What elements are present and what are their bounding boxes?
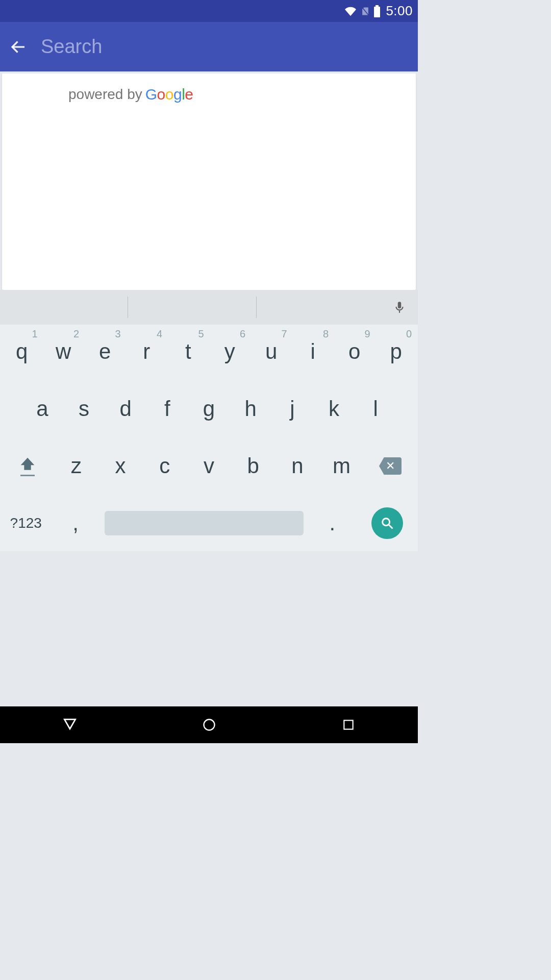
key-b[interactable]: b xyxy=(231,444,276,488)
svg-rect-1 xyxy=(374,7,380,17)
no-sim-icon xyxy=(360,5,370,17)
key-shift[interactable] xyxy=(1,444,54,488)
key-q[interactable]: 1q xyxy=(1,330,43,374)
svg-rect-2 xyxy=(375,5,379,7)
svg-rect-4 xyxy=(399,311,400,313)
svg-rect-9 xyxy=(344,720,353,729)
key-p[interactable]: 0p xyxy=(375,330,417,374)
key-row-1: 1q 2w 3e 4r 5t 6y 7u 8i 9o 0p xyxy=(1,330,417,374)
key-row-4: ?123 , . xyxy=(1,501,417,545)
svg-marker-7 xyxy=(64,719,75,729)
key-row-3: z x c v b n m ✕ xyxy=(1,444,417,488)
key-j[interactable]: j xyxy=(271,387,313,431)
suggestion-bar xyxy=(0,290,418,325)
wifi-icon xyxy=(344,6,357,17)
powered-by-text: powered by xyxy=(68,86,142,103)
key-m[interactable]: m xyxy=(319,444,364,488)
soft-keyboard: 1q 2w 3e 4r 5t 6y 7u 8i 9o 0p a s d f g … xyxy=(0,290,418,551)
key-t[interactable]: 5t xyxy=(167,330,209,374)
shift-icon xyxy=(18,456,37,473)
key-search[interactable] xyxy=(357,501,417,545)
key-row-2: a s d f g h j k l xyxy=(1,387,417,431)
back-button[interactable] xyxy=(6,35,31,59)
search-input[interactable] xyxy=(41,36,412,58)
key-y[interactable]: 6y xyxy=(209,330,251,374)
svg-line-6 xyxy=(389,525,392,529)
key-symbols[interactable]: ?123 xyxy=(1,501,51,545)
key-g[interactable]: g xyxy=(188,387,230,431)
key-v[interactable]: v xyxy=(187,444,231,488)
key-k[interactable]: k xyxy=(313,387,355,431)
key-period[interactable]: . xyxy=(308,501,357,545)
status-bar: 5:00 xyxy=(0,0,418,22)
key-u[interactable]: 7u xyxy=(251,330,292,374)
key-s[interactable]: s xyxy=(63,387,105,431)
voice-input-button[interactable] xyxy=(384,292,415,323)
key-h[interactable]: h xyxy=(230,387,271,431)
key-space[interactable] xyxy=(105,511,304,535)
key-comma[interactable]: , xyxy=(51,501,100,545)
nav-home[interactable] xyxy=(194,715,224,735)
results-card: powered by Google xyxy=(2,74,416,290)
key-o[interactable]: 9o xyxy=(334,330,375,374)
results-area: powered by Google xyxy=(0,71,418,290)
arrow-left-icon xyxy=(9,38,28,56)
microphone-icon xyxy=(393,299,406,315)
svg-point-5 xyxy=(382,519,389,526)
key-c[interactable]: c xyxy=(142,444,187,488)
key-backspace[interactable]: ✕ xyxy=(364,444,417,488)
nav-recents[interactable] xyxy=(333,715,364,735)
status-clock: 5:00 xyxy=(386,3,413,19)
key-f[interactable]: f xyxy=(146,387,188,431)
key-w[interactable]: 2w xyxy=(43,330,85,374)
key-a[interactable]: a xyxy=(21,387,63,431)
backspace-icon: ✕ xyxy=(379,457,402,475)
nav-back-icon xyxy=(62,717,78,733)
key-z[interactable]: z xyxy=(54,444,98,488)
key-d[interactable]: d xyxy=(105,387,146,431)
google-logo: Google xyxy=(145,86,193,103)
nav-back[interactable] xyxy=(55,715,85,735)
app-bar xyxy=(0,22,418,71)
svg-point-8 xyxy=(204,720,214,730)
nav-recents-icon xyxy=(342,718,355,731)
key-n[interactable]: n xyxy=(276,444,320,488)
powered-by-google: powered by Google xyxy=(2,86,416,103)
search-icon xyxy=(380,516,394,530)
key-x[interactable]: x xyxy=(98,444,143,488)
battery-icon xyxy=(373,5,381,17)
key-i[interactable]: 8i xyxy=(292,330,334,374)
navigation-bar xyxy=(0,706,418,743)
nav-home-icon xyxy=(202,718,216,732)
key-l[interactable]: l xyxy=(355,387,396,431)
key-e[interactable]: 3e xyxy=(84,330,126,374)
key-r[interactable]: 4r xyxy=(126,330,168,374)
